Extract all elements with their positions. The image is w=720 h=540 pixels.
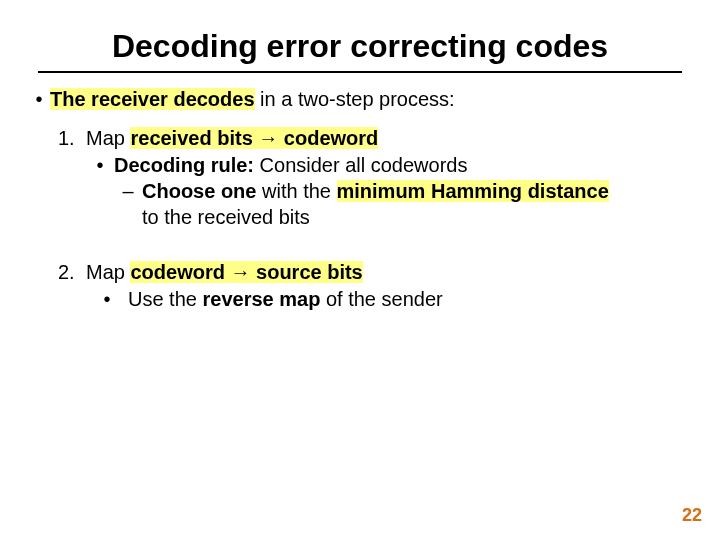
step1: 1. Map received bits → codeword [58, 126, 692, 151]
hl-codeword-source: codeword → source bits [130, 261, 362, 283]
dash-icon: – [114, 179, 142, 204]
bullet-icon: • [86, 153, 114, 178]
step1-text: Map received bits → codeword [86, 126, 378, 151]
step1-choose: – Choose one with the minimum Hamming di… [114, 179, 692, 204]
decoding-rule-rest: Consider all codewords [254, 154, 467, 176]
choose-one: Choose one [142, 180, 256, 202]
hl-receiver-decodes: The receiver decodes [50, 88, 255, 110]
choose-mid: with the [256, 180, 336, 202]
slide-title: Decoding error correcting codes [0, 0, 720, 71]
step2-use-text: Use the reverse map of the sender [128, 287, 443, 312]
step1-choose-text: Choose one with the minimum Hamming dist… [142, 179, 609, 204]
top-post: in a two-step process: [255, 88, 455, 110]
use-c: of the sender [320, 288, 442, 310]
step2-text: Map codeword → source bits [86, 260, 363, 285]
slide-body: • The receiver decodes in a two-step pro… [0, 87, 720, 312]
step2-use: • Use the reverse map of the sender [86, 287, 692, 312]
bullet-icon: • [28, 87, 50, 112]
step2: 2. Map codeword → source bits [58, 260, 692, 285]
hl-received-bits: received bits → codeword [130, 127, 378, 149]
use-a: Use the [128, 288, 202, 310]
step1-rule-text: Decoding rule: Consider all codewords [114, 153, 467, 178]
spacer [28, 230, 692, 258]
hl-min-hamming: minimum Hamming distance [337, 180, 609, 202]
step2-num: 2. [58, 260, 86, 285]
bullet-icon: • [86, 287, 128, 312]
title-rule [38, 71, 682, 73]
page-number: 22 [682, 505, 702, 526]
slide: Decoding error correcting codes • The re… [0, 0, 720, 540]
step1-rule: • Decoding rule: Consider all codewords [86, 153, 692, 178]
step1-num: 1. [58, 126, 86, 151]
reverse-map: reverse map [202, 288, 320, 310]
step1-choose-tail: to the received bits [142, 205, 692, 230]
decoding-rule-label: Decoding rule: [114, 154, 254, 176]
bullet-top: • The receiver decodes in a two-step pro… [28, 87, 692, 112]
step1-map: Map [86, 127, 130, 149]
step2-map: Map [86, 261, 130, 283]
bullet-top-text: The receiver decodes in a two-step proce… [50, 87, 455, 112]
